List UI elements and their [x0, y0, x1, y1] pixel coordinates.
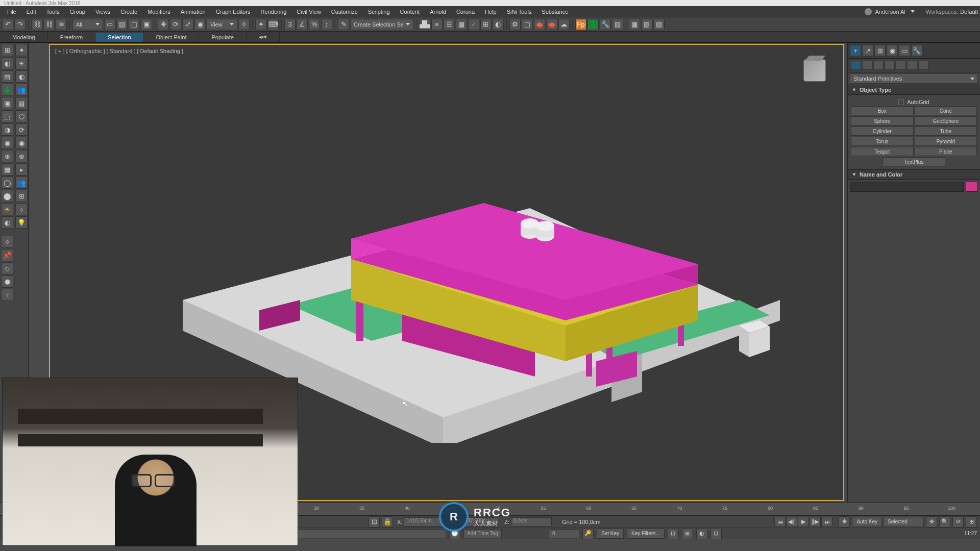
isolate-button[interactable]: ⊡	[369, 516, 380, 528]
goto-start-button[interactable]: ⏮	[774, 517, 786, 527]
plugin-fp-button[interactable]: Fp	[575, 19, 586, 30]
link-button[interactable]: ⛓	[31, 19, 42, 30]
menu-help[interactable]: Help	[480, 8, 502, 16]
plugin-forest-button[interactable]: 🌲	[587, 19, 599, 30]
lt2-tool-8[interactable]: ◉	[15, 137, 28, 149]
ribbon-tab-selection[interactable]: Selection	[95, 33, 143, 42]
render-online-button[interactable]: ☁	[558, 19, 570, 30]
user-account[interactable]: Anderson Al	[860, 8, 919, 15]
select-object-button[interactable]: ▭	[104, 19, 115, 30]
btn-pyramid[interactable]: Pyramid	[915, 137, 977, 146]
nav-orbit-button[interactable]: ⟳	[952, 516, 964, 528]
menu-tools[interactable]: Tools	[41, 8, 65, 16]
select-move-button[interactable]: ✥	[158, 19, 169, 30]
plugin-list-button[interactable]: ▤	[612, 19, 623, 30]
nav2-d[interactable]: ⊡	[710, 528, 722, 539]
window-crossing-button[interactable]: ▣	[141, 19, 152, 30]
menu-scripting[interactable]: Scripting	[363, 8, 395, 16]
lt2-tool-7[interactable]: ⟳	[15, 123, 28, 136]
btn-tube[interactable]: Tube	[915, 127, 977, 136]
selection-lock-button[interactable]: 🔒	[382, 516, 393, 528]
nav2-b[interactable]: ⊞	[682, 528, 693, 539]
menu-edit[interactable]: Edit	[21, 8, 41, 16]
lt2-tool-1[interactable]: ✦	[15, 44, 28, 56]
menu-customize[interactable]: Customize	[326, 8, 363, 16]
tab-display[interactable]: ▭	[899, 45, 910, 56]
section-name-color[interactable]: ▼ Name and Color	[848, 169, 980, 180]
play-button[interactable]: ▶	[798, 517, 809, 527]
render-frame-button[interactable]: ▢	[522, 19, 533, 30]
menu-file[interactable]: File	[2, 8, 21, 16]
lt2-tool-13[interactable]: ⟐	[15, 203, 28, 215]
menu-rendering[interactable]: Rendering	[256, 8, 292, 16]
plugin-b-button[interactable]: ▧	[641, 19, 652, 30]
view-cube[interactable]	[799, 55, 830, 86]
object-color-swatch[interactable]	[966, 182, 978, 192]
workspace-dropdown[interactable]: Default	[960, 9, 978, 15]
lt2-tool-10[interactable]: ▸	[15, 163, 28, 176]
redo-button[interactable]: ↷	[14, 19, 26, 30]
lt-tool-15[interactable]: ✧	[1, 236, 13, 248]
schematic-view-button[interactable]: ⊞	[480, 19, 492, 30]
subtab-systems[interactable]	[918, 61, 928, 70]
key-mode-button[interactable]: 🔑	[582, 528, 594, 539]
subtab-geometry[interactable]	[851, 61, 861, 70]
ribbon-tab-extras[interactable]: ◂▪▾	[247, 32, 280, 42]
menu-corona[interactable]: Corona	[451, 8, 480, 16]
lt-tool-4[interactable]: 🌲	[1, 84, 13, 96]
lt-tool-7[interactable]: ◑	[1, 123, 13, 136]
plugin-c-button[interactable]: ▨	[653, 19, 665, 30]
lt-tool-11[interactable]: ◯	[1, 177, 13, 189]
menu-views[interactable]: Views	[90, 8, 115, 16]
ribbon-tab-modeling[interactable]: Modeling	[0, 33, 48, 42]
nav2-c[interactable]: ◐	[696, 528, 707, 539]
btn-cone[interactable]: Cone	[915, 106, 977, 115]
lt2-tool-4[interactable]: 👥	[15, 84, 28, 96]
select-place-button[interactable]: ◉	[194, 19, 206, 30]
btn-geosphere[interactable]: GeoSphere	[915, 116, 977, 126]
tab-motion[interactable]: ◉	[887, 45, 898, 56]
btn-plane[interactable]: Plane	[915, 147, 977, 156]
lt-tool-2[interactable]: ◐	[1, 57, 13, 69]
key-filters-button[interactable]: Key Filters...	[627, 529, 665, 539]
lt-tool-13[interactable]: ☀	[1, 203, 13, 215]
lt-tool-16[interactable]: 📌	[1, 249, 13, 261]
time-config-button[interactable]: ✥	[839, 516, 850, 528]
lt-tool-18[interactable]: ⬣	[1, 276, 13, 288]
ribbon-tab-object-paint[interactable]: Object Paint	[144, 33, 200, 42]
lt-tool-5[interactable]: ▣	[1, 97, 13, 109]
btn-sphere[interactable]: Sphere	[851, 116, 914, 126]
select-rotate-button[interactable]: ⟳	[170, 19, 181, 30]
tab-create[interactable]: +	[850, 45, 861, 56]
section-object-type[interactable]: ▼ Object Type	[848, 85, 980, 95]
lt-tool-9[interactable]: ⊕	[1, 150, 13, 162]
undo-button[interactable]: ↶	[2, 19, 13, 30]
frame-input[interactable]: 0	[549, 529, 579, 538]
lt2-tool-6[interactable]: ⬡	[15, 110, 28, 122]
select-name-button[interactable]: ▤	[116, 19, 128, 30]
snap-toggle-button[interactable]: 3	[284, 19, 296, 30]
material-editor-button[interactable]: ◐	[493, 19, 504, 30]
select-region-button[interactable]: ▢	[129, 19, 140, 30]
subtab-helpers[interactable]	[896, 61, 906, 70]
ref-coord-dropdown[interactable]: View	[207, 19, 237, 30]
edit-selection-button[interactable]: ✎	[338, 19, 349, 30]
autogrid-row[interactable]: AutoGrid	[851, 98, 977, 106]
lt2-tool-3[interactable]: ◐	[15, 70, 28, 83]
lt2-tool-9[interactable]: ⊕	[15, 150, 28, 162]
lt2-tool-12[interactable]: ⊞	[15, 190, 28, 202]
percent-snap-button[interactable]: %	[309, 19, 320, 30]
prev-frame-button[interactable]: ◀∥	[786, 517, 797, 527]
menu-arnold[interactable]: Arnold	[425, 8, 451, 16]
next-frame-button[interactable]: ∥▶	[810, 517, 821, 527]
manipulate-button[interactable]: ✦	[255, 19, 266, 30]
unlink-button[interactable]: ⛓	[43, 19, 55, 30]
lt-tool-3[interactable]: ▤	[1, 70, 13, 83]
btn-torus[interactable]: Torus	[851, 137, 914, 146]
lt-tool-12[interactable]: ⬤	[1, 190, 13, 202]
spinner-snap-button[interactable]: ↕	[321, 19, 332, 30]
lt-tool-1[interactable]: ⊞	[1, 44, 13, 56]
nav2-a[interactable]: ⊡	[668, 528, 679, 539]
lt-tool-8[interactable]: ◉	[1, 137, 13, 149]
select-scale-button[interactable]: ⤢	[182, 19, 193, 30]
